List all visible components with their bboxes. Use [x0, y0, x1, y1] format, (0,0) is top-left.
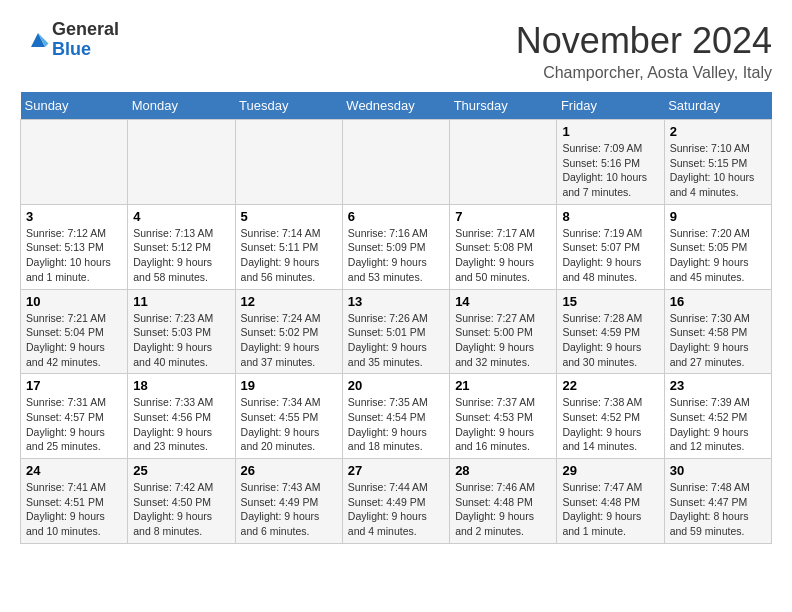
day-number: 1 [562, 124, 658, 139]
calendar-cell: 9Sunrise: 7:20 AMSunset: 5:05 PMDaylight… [664, 204, 771, 289]
calendar-cell: 5Sunrise: 7:14 AMSunset: 5:11 PMDaylight… [235, 204, 342, 289]
day-number: 5 [241, 209, 337, 224]
month-title: November 2024 [516, 20, 772, 62]
day-number: 6 [348, 209, 444, 224]
day-number: 25 [133, 463, 229, 478]
calendar-cell: 6Sunrise: 7:16 AMSunset: 5:09 PMDaylight… [342, 204, 449, 289]
calendar-cell: 10Sunrise: 7:21 AMSunset: 5:04 PMDayligh… [21, 289, 128, 374]
calendar-cell: 29Sunrise: 7:47 AMSunset: 4:48 PMDayligh… [557, 459, 664, 544]
calendar-week-3: 10Sunrise: 7:21 AMSunset: 5:04 PMDayligh… [21, 289, 772, 374]
day-number: 2 [670, 124, 766, 139]
day-info: Sunrise: 7:14 AMSunset: 5:11 PMDaylight:… [241, 226, 337, 285]
day-info: Sunrise: 7:30 AMSunset: 4:58 PMDaylight:… [670, 311, 766, 370]
location-title: Champorcher, Aosta Valley, Italy [516, 64, 772, 82]
day-number: 14 [455, 294, 551, 309]
day-info: Sunrise: 7:13 AMSunset: 5:12 PMDaylight:… [133, 226, 229, 285]
calendar-cell [128, 120, 235, 205]
day-info: Sunrise: 7:23 AMSunset: 5:03 PMDaylight:… [133, 311, 229, 370]
day-number: 29 [562, 463, 658, 478]
calendar-cell: 30Sunrise: 7:48 AMSunset: 4:47 PMDayligh… [664, 459, 771, 544]
day-number: 12 [241, 294, 337, 309]
calendar-cell: 22Sunrise: 7:38 AMSunset: 4:52 PMDayligh… [557, 374, 664, 459]
day-number: 11 [133, 294, 229, 309]
calendar-cell: 13Sunrise: 7:26 AMSunset: 5:01 PMDayligh… [342, 289, 449, 374]
calendar-week-2: 3Sunrise: 7:12 AMSunset: 5:13 PMDaylight… [21, 204, 772, 289]
calendar-week-4: 17Sunrise: 7:31 AMSunset: 4:57 PMDayligh… [21, 374, 772, 459]
calendar-cell: 21Sunrise: 7:37 AMSunset: 4:53 PMDayligh… [450, 374, 557, 459]
day-number: 22 [562, 378, 658, 393]
calendar-header-row: SundayMondayTuesdayWednesdayThursdayFrid… [21, 92, 772, 120]
day-info: Sunrise: 7:33 AMSunset: 4:56 PMDaylight:… [133, 395, 229, 454]
day-number: 20 [348, 378, 444, 393]
day-number: 26 [241, 463, 337, 478]
day-info: Sunrise: 7:43 AMSunset: 4:49 PMDaylight:… [241, 480, 337, 539]
day-number: 9 [670, 209, 766, 224]
calendar-week-1: 1Sunrise: 7:09 AMSunset: 5:16 PMDaylight… [21, 120, 772, 205]
day-header-thursday: Thursday [450, 92, 557, 120]
logo-blue: Blue [52, 40, 119, 60]
day-number: 21 [455, 378, 551, 393]
day-info: Sunrise: 7:10 AMSunset: 5:15 PMDaylight:… [670, 141, 766, 200]
day-info: Sunrise: 7:35 AMSunset: 4:54 PMDaylight:… [348, 395, 444, 454]
calendar-cell: 19Sunrise: 7:34 AMSunset: 4:55 PMDayligh… [235, 374, 342, 459]
day-number: 19 [241, 378, 337, 393]
calendar-cell [450, 120, 557, 205]
calendar-cell: 15Sunrise: 7:28 AMSunset: 4:59 PMDayligh… [557, 289, 664, 374]
day-info: Sunrise: 7:47 AMSunset: 4:48 PMDaylight:… [562, 480, 658, 539]
calendar-cell: 8Sunrise: 7:19 AMSunset: 5:07 PMDaylight… [557, 204, 664, 289]
calendar-cell: 12Sunrise: 7:24 AMSunset: 5:02 PMDayligh… [235, 289, 342, 374]
day-info: Sunrise: 7:42 AMSunset: 4:50 PMDaylight:… [133, 480, 229, 539]
day-number: 7 [455, 209, 551, 224]
day-info: Sunrise: 7:16 AMSunset: 5:09 PMDaylight:… [348, 226, 444, 285]
day-info: Sunrise: 7:09 AMSunset: 5:16 PMDaylight:… [562, 141, 658, 200]
day-header-saturday: Saturday [664, 92, 771, 120]
calendar-cell [235, 120, 342, 205]
day-header-friday: Friday [557, 92, 664, 120]
calendar-cell [342, 120, 449, 205]
calendar-cell: 24Sunrise: 7:41 AMSunset: 4:51 PMDayligh… [21, 459, 128, 544]
day-info: Sunrise: 7:37 AMSunset: 4:53 PMDaylight:… [455, 395, 551, 454]
calendar-cell: 16Sunrise: 7:30 AMSunset: 4:58 PMDayligh… [664, 289, 771, 374]
calendar-week-5: 24Sunrise: 7:41 AMSunset: 4:51 PMDayligh… [21, 459, 772, 544]
day-number: 18 [133, 378, 229, 393]
day-info: Sunrise: 7:19 AMSunset: 5:07 PMDaylight:… [562, 226, 658, 285]
day-header-sunday: Sunday [21, 92, 128, 120]
day-info: Sunrise: 7:46 AMSunset: 4:48 PMDaylight:… [455, 480, 551, 539]
calendar-cell: 27Sunrise: 7:44 AMSunset: 4:49 PMDayligh… [342, 459, 449, 544]
calendar-cell: 7Sunrise: 7:17 AMSunset: 5:08 PMDaylight… [450, 204, 557, 289]
logo-general: General [52, 20, 119, 40]
calendar-cell: 20Sunrise: 7:35 AMSunset: 4:54 PMDayligh… [342, 374, 449, 459]
calendar-cell: 18Sunrise: 7:33 AMSunset: 4:56 PMDayligh… [128, 374, 235, 459]
logo-icon [24, 26, 52, 54]
calendar-cell: 17Sunrise: 7:31 AMSunset: 4:57 PMDayligh… [21, 374, 128, 459]
day-number: 24 [26, 463, 122, 478]
day-info: Sunrise: 7:12 AMSunset: 5:13 PMDaylight:… [26, 226, 122, 285]
day-info: Sunrise: 7:34 AMSunset: 4:55 PMDaylight:… [241, 395, 337, 454]
day-number: 10 [26, 294, 122, 309]
logo-text: General Blue [52, 20, 119, 60]
calendar-cell: 25Sunrise: 7:42 AMSunset: 4:50 PMDayligh… [128, 459, 235, 544]
day-info: Sunrise: 7:44 AMSunset: 4:49 PMDaylight:… [348, 480, 444, 539]
day-info: Sunrise: 7:31 AMSunset: 4:57 PMDaylight:… [26, 395, 122, 454]
calendar-cell: 3Sunrise: 7:12 AMSunset: 5:13 PMDaylight… [21, 204, 128, 289]
calendar-cell: 4Sunrise: 7:13 AMSunset: 5:12 PMDaylight… [128, 204, 235, 289]
day-info: Sunrise: 7:48 AMSunset: 4:47 PMDaylight:… [670, 480, 766, 539]
day-number: 3 [26, 209, 122, 224]
day-info: Sunrise: 7:38 AMSunset: 4:52 PMDaylight:… [562, 395, 658, 454]
logo: General Blue [20, 20, 119, 60]
calendar-cell: 14Sunrise: 7:27 AMSunset: 5:00 PMDayligh… [450, 289, 557, 374]
day-info: Sunrise: 7:20 AMSunset: 5:05 PMDaylight:… [670, 226, 766, 285]
day-info: Sunrise: 7:39 AMSunset: 4:52 PMDaylight:… [670, 395, 766, 454]
day-number: 23 [670, 378, 766, 393]
day-info: Sunrise: 7:28 AMSunset: 4:59 PMDaylight:… [562, 311, 658, 370]
day-number: 17 [26, 378, 122, 393]
day-number: 30 [670, 463, 766, 478]
day-number: 13 [348, 294, 444, 309]
calendar-table: SundayMondayTuesdayWednesdayThursdayFrid… [20, 92, 772, 544]
day-number: 8 [562, 209, 658, 224]
day-info: Sunrise: 7:21 AMSunset: 5:04 PMDaylight:… [26, 311, 122, 370]
day-info: Sunrise: 7:26 AMSunset: 5:01 PMDaylight:… [348, 311, 444, 370]
calendar-cell: 28Sunrise: 7:46 AMSunset: 4:48 PMDayligh… [450, 459, 557, 544]
page-header: General Blue November 2024 Champorcher, … [20, 20, 772, 82]
day-number: 28 [455, 463, 551, 478]
